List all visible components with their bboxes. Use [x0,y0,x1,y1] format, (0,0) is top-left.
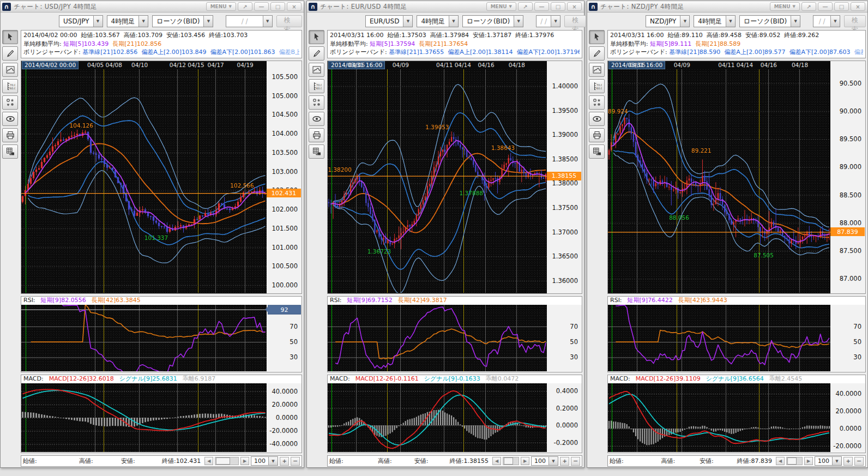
pair-select[interactable]: NZD/JPY▼ [646,15,690,27]
indicator-chart-tool-button[interactable] [589,63,605,77]
date-label: 04/05 [348,62,365,68]
search-button[interactable]: 検索 [564,15,586,27]
zoom-in-button[interactable]: ＋ [560,457,569,466]
cursor-tool-button[interactable] [309,30,324,44]
close-button[interactable]: × [567,2,582,11]
popout-button[interactable]: ↗ [518,2,533,11]
price-type-select[interactable]: ローソク(BID)▼ [462,15,523,27]
timeframe-select[interactable]: 4時間足▼ [417,15,459,27]
scrollbar-thumb[interactable] [216,457,230,465]
macd-panel[interactable]: MACD:MACD[12-26]-0.1161シグナル[9]-0.1633乖離0… [327,375,582,453]
scale-tool-button[interactable]: 70.060.0 [589,79,605,93]
rsi-plot[interactable] [21,305,267,371]
macd-plot[interactable] [21,383,267,452]
scroll-left-button[interactable]: ◀ [204,457,213,465]
save-layout-tool-button[interactable] [309,144,324,159]
macd-panel[interactable]: MACD:MACD[12-26]39.1109シグナル[9]36.6564乖離2… [607,375,866,453]
maximize-button[interactable]: □ [270,2,285,11]
timeframe-select[interactable]: 4時間足▼ [107,15,149,27]
chart-scrollbar[interactable] [786,457,803,465]
candlestick-chart[interactable]: 2014/03/31 16:0004/0504/0904/11 04/1404/… [327,61,582,294]
scroll-right-button[interactable]: ▶ [240,457,249,465]
print-tool-button[interactable] [589,128,605,142]
scroll-left-button[interactable]: ◀ [492,457,501,465]
popout-button[interactable]: ↗ [801,2,816,11]
date-input[interactable]: / /▼ [813,15,840,27]
price-type-select[interactable]: ローソク(BID)▼ [152,15,213,27]
menu-button[interactable]: MENU▼ [770,2,800,11]
search-button[interactable]: 検索 [276,15,302,27]
chart-scrollbar[interactable] [503,457,519,465]
scrollbar-thumb[interactable] [787,457,797,465]
candlestick-chart[interactable]: 2014/03/31 16:0004/0504/0904/11 04/1404/… [607,61,866,294]
print-tool-button[interactable] [2,128,18,142]
zoom-out-button[interactable]: − [571,457,580,466]
print-tool-button[interactable] [309,128,324,142]
bars-count-select[interactable]: 100▼ [531,456,558,466]
draw-tool-button[interactable] [309,46,324,61]
date-input[interactable]: / /▼ [226,15,272,27]
favorites-tool-button[interactable] [589,95,605,110]
indicator-chart-tool-button[interactable] [2,63,18,77]
minimize-button[interactable]: — [818,2,833,11]
scrollbar-thumb[interactable] [504,457,513,465]
favorites-tool-button[interactable] [2,95,18,110]
rsi-panel[interactable]: RSI:短期[9]69.7152長期[42]49.3817 705030 [327,296,582,372]
save-layout-tool-button[interactable] [2,144,18,159]
favorites-tool-button[interactable] [309,95,324,110]
chart-scrollbar[interactable] [215,457,239,465]
bars-count-select[interactable]: 100▼ [251,456,278,466]
price-tick: 90.500 [840,80,861,87]
rsi-plot[interactable] [328,305,547,371]
rsi-panel[interactable]: RSI:短期[9]76.4422長期[42]63.9443 705030 [607,296,866,372]
visibility-tool-button[interactable] [2,112,18,126]
cursor-tool-button[interactable] [2,30,18,44]
scale-tool-button[interactable]: 70.060.0 [2,79,18,93]
macd-plot[interactable] [608,383,830,452]
rsi-panel[interactable]: RSI:短期[9]82.0556長期[42]63.3845 70503092 [21,296,302,372]
menu-button[interactable]: MENU▼ [486,2,516,11]
macd-panel[interactable]: MACD:MACD[12-26]32.6018シグナル[9]25.6831乖離6… [21,375,302,453]
scroll-right-button[interactable]: ▶ [804,457,813,465]
cursor-tool-button[interactable] [589,30,605,44]
close-button[interactable]: × [287,2,302,11]
search-button[interactable]: 検索 [844,15,866,27]
scale-tool-button[interactable]: 70.060.0 [309,79,324,93]
draw-tool-button[interactable] [2,46,18,61]
macd-plot[interactable] [328,383,547,452]
price-plot[interactable] [328,69,547,293]
scroll-left-button[interactable]: ◀ [776,457,785,465]
minimize-button[interactable]: — [254,2,269,11]
scroll-right-button[interactable]: ▶ [521,457,529,465]
zoom-in-button[interactable]: ＋ [843,457,853,466]
title-bar[interactable]: ∩ チャート: USD/JPY 4時間足 MENU▼ ↗ — □ × [1,1,304,13]
zoom-out-button[interactable]: − [854,457,864,466]
visibility-tool-button[interactable] [309,112,324,126]
save-layout-tool-button[interactable] [589,144,605,159]
pair-select[interactable]: EUR/USD▼ [365,15,413,27]
macd-tick: -20.0000 [833,442,861,450]
maximize-button[interactable]: □ [551,2,565,11]
price-plot[interactable] [608,69,830,293]
popout-button[interactable]: ↗ [238,2,252,11]
visibility-tool-button[interactable] [589,112,605,126]
candlestick-chart[interactable]: 2014/04/02 00:0004/05 04/0804/1004/12 04… [21,61,302,294]
bars-count-select[interactable]: 100▼ [815,456,842,466]
draw-tool-button[interactable] [589,46,605,61]
menu-button[interactable]: MENU▼ [206,2,236,11]
close-button[interactable]: × [851,2,865,11]
date-input[interactable]: / /▼ [536,15,560,27]
title-bar[interactable]: ∩ チャート: EUR/USD 4時間足 MENU▼ ↗ — □ × [307,1,584,13]
rsi-plot[interactable] [608,305,830,371]
indicator-chart-tool-button[interactable] [309,63,324,77]
bollinger-label: ボリンジャーバンド: [610,49,667,56]
pair-select[interactable]: USD/JPY▼ [59,15,103,27]
price-type-select[interactable]: ローソク(BID)▼ [739,15,800,27]
minimize-button[interactable]: — [534,2,549,11]
timeframe-select[interactable]: 4時間足▼ [694,15,736,27]
zoom-out-button[interactable]: − [291,457,300,466]
maximize-button[interactable]: □ [834,2,849,11]
zoom-in-button[interactable]: ＋ [280,457,289,466]
title-bar[interactable]: ∩ チャート: NZD/JPY 4時間足 MENU▼ ↗ — □ × [587,1,867,13]
price-plot[interactable] [21,69,267,293]
